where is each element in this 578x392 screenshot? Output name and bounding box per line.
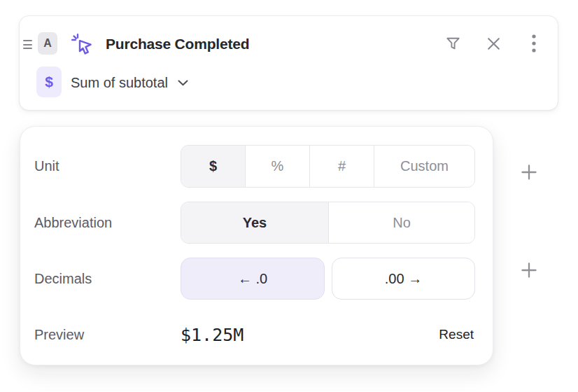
filter-icon[interactable] <box>444 34 462 52</box>
abbreviation-segmented-control: Yes No <box>181 202 475 244</box>
unit-option-number[interactable]: # <box>309 146 374 187</box>
drag-handle-icon[interactable] <box>23 40 32 49</box>
preview-label: Preview <box>34 327 181 343</box>
decimals-increase-button[interactable]: .00 → <box>332 258 475 300</box>
format-panel: Unit $ % # Custom Abbreviation Yes No De… <box>20 126 493 365</box>
decimals-decrease-button[interactable]: ← .0 <box>181 258 325 300</box>
kebab-menu-icon[interactable] <box>525 34 543 52</box>
event-order-badge: A <box>38 32 57 55</box>
add-button-bottom[interactable] <box>519 260 539 280</box>
abbreviation-option-no[interactable]: No <box>328 202 474 243</box>
unit-option-custom[interactable]: Custom <box>374 146 474 187</box>
metric-label: Sum of subtotal <box>71 75 168 91</box>
plus-icon <box>521 164 537 181</box>
add-button-top[interactable] <box>519 162 539 182</box>
abbreviation-label: Abbreviation <box>34 202 112 244</box>
chevron-down-icon <box>178 80 188 86</box>
cursor-click-icon <box>70 32 94 56</box>
unit-option-dollar[interactable]: $ <box>181 146 245 187</box>
event-card: A Purchase Completed <box>19 15 558 111</box>
metric-selector[interactable]: Sum of subtotal <box>71 72 188 93</box>
dollar-metric-icon: $ <box>36 66 62 97</box>
preview-row: Preview $1.25M Reset <box>34 323 474 346</box>
reset-button[interactable]: Reset <box>439 327 474 342</box>
event-title[interactable]: Purchase Completed <box>106 34 249 54</box>
decimals-label: Decimals <box>34 258 92 300</box>
unit-label: Unit <box>34 145 59 188</box>
plus-icon <box>521 262 537 279</box>
close-icon[interactable] <box>484 34 502 52</box>
unit-segmented-control: $ % # Custom <box>181 145 475 188</box>
abbreviation-option-yes[interactable]: Yes <box>181 202 328 243</box>
preview-value: $1.25M <box>181 325 439 345</box>
event-card-actions <box>444 34 543 52</box>
unit-option-percent[interactable]: % <box>245 146 309 187</box>
metric-format-editor: A Purchase Completed <box>0 0 578 392</box>
